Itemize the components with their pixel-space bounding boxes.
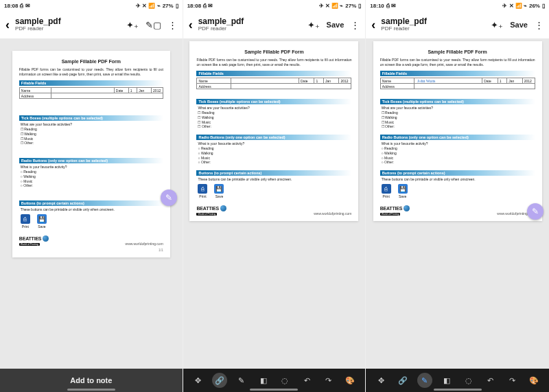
screen-3: 18:10⎙ ✉ ✈ ✕ 📶 ⌁26%▯ ‹ sample_pdf PDF re… [366,0,549,392]
save-action[interactable]: Save [327,21,344,29]
status-right-icons: ✈ ✕ 📶 ⌁ [136,3,161,9]
footer-url: www.worldofprinting.com [126,242,163,246]
status-time: 18:08 [4,3,18,9]
radio-question: What is your favourite activity? [21,165,163,169]
back-icon[interactable]: ‹ [5,18,10,32]
app-subtitle: PDF reader [381,26,485,32]
section-fillable: Fillable Fields [19,80,163,86]
rad-reading[interactable]: ○ Reading [19,170,163,174]
app-bar: ‹ sample_pdf PDF reader ✦₊ Save ⋮ [366,11,549,38]
logo-sub: World of Printing [19,243,40,246]
fields-table: NameDate1Jan2012 Address [19,87,163,99]
status-time: 18:10 [370,3,384,9]
pen-fab[interactable]: ✎ [161,189,177,206]
more-icon[interactable]: ⋮ [351,20,360,30]
lasso-tool-icon[interactable]: ◌ [461,373,476,388]
move-tool-icon[interactable]: ✥ [373,373,388,388]
rad-music[interactable]: ○ Music [19,179,163,184]
app-bar: ‹ sample_pdf PDF reader ✦₊ Save ⋮ [183,11,366,38]
edit-toolbar: ✥ 🔗 ✎ ◧ ◌ ↶ ↷ 🎨 [183,369,366,392]
edit-icon[interactable]: ✎▢ [145,20,161,30]
bottom-bar[interactable]: Add to note [0,369,183,392]
status-battery: 26% [529,3,540,9]
app-subtitle: PDF reader [15,26,121,32]
status-bar: 18:10⎙ ✉ ✈ ✕ 📶 ⌁26%▯ [366,0,549,11]
lasso-tool-icon[interactable]: ◌ [277,373,292,388]
page-number: 1/1 [19,248,163,252]
document-viewport[interactable]: Sample Fillable PDF Form Fillable PDF fo… [0,38,183,369]
back-icon[interactable]: ‹ [371,18,375,32]
screen-1: 18:08⎙ ✉ ✈ ✕ 📶 ⌁27%▯ ‹ sample_pdf PDF re… [0,0,183,392]
chk-other[interactable]: ☐ Other: [19,141,163,146]
rad-walking[interactable]: ○ Walking [19,174,163,179]
status-time: 18:08 [187,3,201,9]
pdf-page: Sample Fillable PDF Form Fillable PDF fo… [12,51,170,257]
palette-icon[interactable]: 🎨 [342,373,358,388]
status-battery: 27% [163,3,174,9]
section-radio: Radio Buttons (only one option can be se… [19,158,163,163]
add-note-label: Add to note [70,376,112,384]
status-left-icons: ⎙ ✉ [20,3,30,9]
eraser-tool-icon[interactable]: ◧ [439,373,454,388]
globe-icon [43,235,49,242]
redo-icon[interactable]: ↷ [504,373,519,388]
signature-text[interactable]: John Watts [416,79,435,83]
status-bar: 18:08⎙ ✉ ✈ ✕ 📶 ⌁27%▯ [0,0,183,11]
link-tool-icon[interactable]: 🔗 [395,373,410,388]
pen-tool-icon[interactable]: ✎ [234,373,249,388]
screen-2: 18:08⎙ ✉ ✈ ✕ 📶 ⌁27%▯ ‹ sample_pdf PDF re… [183,0,366,392]
tick-question: What are your favourite activities? [21,122,163,126]
pdf-page: Sample Fillable PDF Form Fillable PDF fo… [373,41,542,221]
btn-note: These buttons can be printable or visibl… [21,207,163,211]
chk-music[interactable]: ☐ Music [19,137,163,141]
undo-icon[interactable]: ↶ [299,373,314,388]
print-button[interactable]: ⎙Print [198,184,207,198]
gesture-bar [434,389,482,391]
section-tick: Tick Boxes (multiple options can be sele… [19,115,163,121]
app-subtitle: PDF reader [198,26,302,32]
back-icon[interactable]: ‹ [189,18,193,32]
save-button[interactable]: 💾Save [214,184,224,198]
print-button[interactable]: ⎙Print [382,184,391,198]
sparkle-icon[interactable]: ✦₊ [491,20,503,30]
link-tool-icon[interactable]: 🔗 [212,373,227,388]
status-battery: 27% [345,3,356,9]
pdf-page: Sample Fillable PDF Form Fillable PDF fo… [189,41,358,221]
app-bar: ‹ sample_pdf PDF reader ✦₊ ✎▢ ⋮ [0,11,183,38]
chk-walking[interactable]: ☐ Walking [19,132,163,137]
doc-intro: Fillable PDF forms can be customised to … [19,67,163,76]
print-button[interactable]: ⎙Print [21,214,30,229]
edit-toolbar: ✥ 🔗 ✎ ◧ ◌ ↶ ↷ 🎨 [366,369,549,392]
move-tool-icon[interactable]: ✥ [191,373,206,388]
section-buttons: Buttons (to prompt certain actions) [19,200,163,206]
document-viewport[interactable]: Sample Fillable PDF Form Fillable PDF fo… [183,38,366,369]
redo-icon[interactable]: ↷ [321,373,336,388]
palette-icon[interactable]: 🎨 [526,373,541,388]
more-icon[interactable]: ⋮ [168,20,177,30]
pen-tool-icon[interactable]: ✎ [417,373,432,388]
more-icon[interactable]: ⋮ [535,20,544,30]
sparkle-icon[interactable]: ✦₊ [126,20,139,30]
save-action[interactable]: Save [510,21,528,29]
eraser-tool-icon[interactable]: ◧ [256,373,271,388]
pen-fab[interactable]: ✎ [527,203,544,220]
globe-icon [220,205,226,211]
globe-icon [404,205,410,211]
document-viewport[interactable]: Sample Fillable PDF Form Fillable PDF fo… [366,38,549,369]
rad-other[interactable]: ○ Other: [19,183,163,188]
save-button[interactable]: 💾Save [398,184,408,198]
status-bar: 18:08⎙ ✉ ✈ ✕ 📶 ⌁27%▯ [183,0,366,11]
logo: BEATTIES [19,235,49,242]
gesture-bar [250,389,298,391]
gesture-bar [67,389,115,391]
undo-icon[interactable]: ↶ [482,373,498,388]
sparkle-icon[interactable]: ✦₊ [307,20,320,30]
doc-title: Sample Fillable PDF Form [19,59,163,64]
chk-reading[interactable]: ☐ Reading [19,127,163,132]
save-button[interactable]: 💾Save [37,214,47,229]
